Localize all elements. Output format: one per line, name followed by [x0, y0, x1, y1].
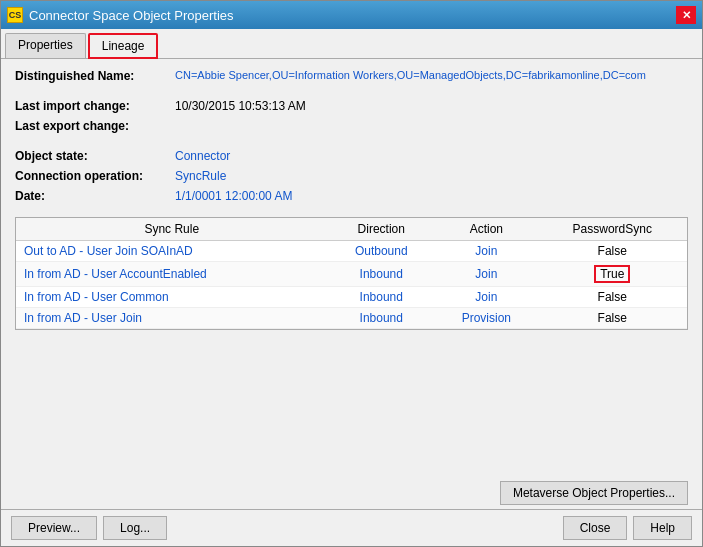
cell-sync-rule: Out to AD - User Join SOAInAD: [16, 241, 327, 262]
cell-sync-rule: In from AD - User Common: [16, 287, 327, 308]
cell-password-sync: False: [538, 287, 687, 308]
last-import-row: Last import change: 10/30/2015 10:53:13 …: [15, 99, 688, 113]
help-button[interactable]: Help: [633, 516, 692, 540]
cell-password-sync: False: [538, 308, 687, 329]
cell-action: Provision: [435, 308, 537, 329]
cell-direction: Inbound: [327, 262, 435, 287]
window-title: Connector Space Object Properties: [29, 8, 234, 23]
table-row: In from AD - User JoinInboundProvisionFa…: [16, 308, 687, 329]
sync-rules-table-container: Sync Rule Direction Action PasswordSync …: [15, 217, 688, 330]
object-state-row: Object state: Connector: [15, 149, 688, 163]
table-row: Out to AD - User Join SOAInADOutboundJoi…: [16, 241, 687, 262]
close-dialog-button[interactable]: Close: [563, 516, 628, 540]
content-area: Distinguished Name: CN=Abbie Spencer,OU=…: [1, 59, 702, 473]
table-row: In from AD - User AccountEnabledInboundJ…: [16, 262, 687, 287]
cell-password-sync: False: [538, 241, 687, 262]
title-bar-buttons: ✕: [676, 6, 696, 24]
title-bar: CS Connector Space Object Properties ✕: [1, 1, 702, 29]
title-bar-left: CS Connector Space Object Properties: [7, 7, 234, 23]
cell-direction: Outbound: [327, 241, 435, 262]
dn-label: Distinguished Name:: [15, 69, 175, 83]
tabs-bar: Properties Lineage: [1, 29, 702, 59]
col-header-action: Action: [435, 218, 537, 241]
object-state-label: Object state:: [15, 149, 175, 163]
dn-row: Distinguished Name: CN=Abbie Spencer,OU=…: [15, 69, 688, 83]
date-row: Date: 1/1/0001 12:00:00 AM: [15, 189, 688, 203]
last-export-label: Last export change:: [15, 119, 175, 133]
last-import-label: Last import change:: [15, 99, 175, 113]
log-button[interactable]: Log...: [103, 516, 167, 540]
cell-direction: Inbound: [327, 287, 435, 308]
cell-direction: Inbound: [327, 308, 435, 329]
tab-properties[interactable]: Properties: [5, 33, 86, 58]
sync-rules-table: Sync Rule Direction Action PasswordSync …: [16, 218, 687, 329]
bottom-right-area: Metaverse Object Properties...: [1, 473, 702, 509]
connection-op-label: Connection operation:: [15, 169, 175, 183]
cell-action: Join: [435, 262, 537, 287]
cell-password-sync: True: [538, 262, 687, 287]
tab-lineage[interactable]: Lineage: [88, 33, 159, 59]
last-import-value: 10/30/2015 10:53:13 AM: [175, 99, 688, 113]
connection-op-row: Connection operation: SyncRule: [15, 169, 688, 183]
footer-left: Preview... Log...: [11, 516, 167, 540]
metaverse-button[interactable]: Metaverse Object Properties...: [500, 481, 688, 505]
table-row: In from AD - User CommonInboundJoinFalse: [16, 287, 687, 308]
table-header-row: Sync Rule Direction Action PasswordSync: [16, 218, 687, 241]
last-export-value: [175, 119, 688, 133]
footer: Preview... Log... Close Help: [1, 509, 702, 546]
window-icon: CS: [7, 7, 23, 23]
col-header-direction: Direction: [327, 218, 435, 241]
col-header-password-sync: PasswordSync: [538, 218, 687, 241]
date-value: 1/1/0001 12:00:00 AM: [175, 189, 688, 203]
col-header-sync-rule: Sync Rule: [16, 218, 327, 241]
cell-action: Join: [435, 241, 537, 262]
cell-sync-rule: In from AD - User Join: [16, 308, 327, 329]
last-export-row: Last export change:: [15, 119, 688, 133]
connection-op-value: SyncRule: [175, 169, 688, 183]
preview-button[interactable]: Preview...: [11, 516, 97, 540]
dn-value: CN=Abbie Spencer,OU=Information Workers,…: [175, 69, 646, 83]
highlighted-true-value: True: [594, 265, 630, 283]
footer-right: Close Help: [563, 516, 692, 540]
cell-sync-rule: In from AD - User AccountEnabled: [16, 262, 327, 287]
close-button[interactable]: ✕: [676, 6, 696, 24]
date-label: Date:: [15, 189, 175, 203]
cell-action: Join: [435, 287, 537, 308]
object-state-value: Connector: [175, 149, 688, 163]
main-window: CS Connector Space Object Properties ✕ P…: [0, 0, 703, 547]
